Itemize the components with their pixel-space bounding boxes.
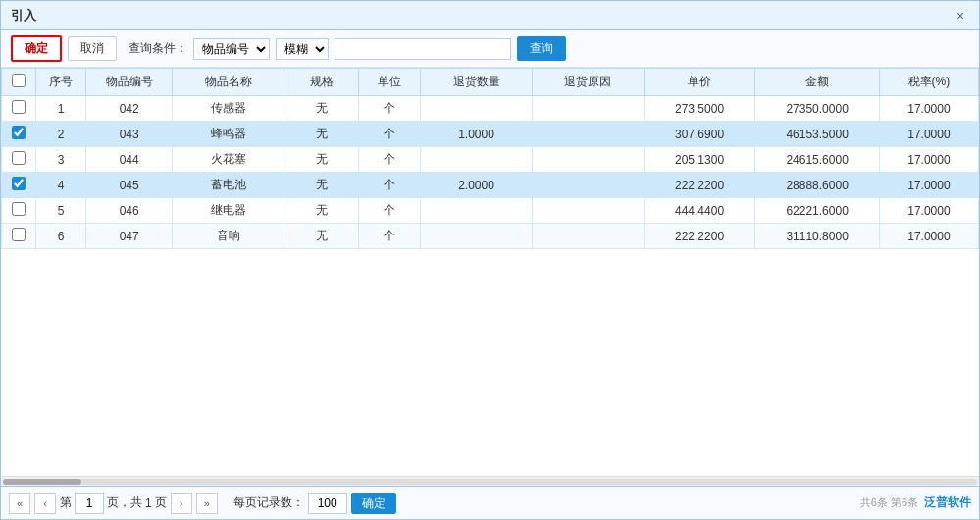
cell-5 xyxy=(421,198,533,224)
cancel-button[interactable]: 取消 xyxy=(68,36,117,61)
logo-text: 泛普软件 xyxy=(924,494,971,511)
cell-0: 3 xyxy=(36,147,86,173)
cell-9: 17.0000 xyxy=(879,224,978,249)
search-input[interactable] xyxy=(335,38,511,60)
scrollbar-track xyxy=(3,479,977,485)
scrollbar-thumb[interactable] xyxy=(3,479,81,485)
page-unit-label: 页 xyxy=(155,494,167,511)
last-page-button[interactable]: » xyxy=(196,493,218,514)
page-of-label: 页，共 xyxy=(107,494,142,511)
cell-3: 无 xyxy=(284,173,359,198)
confirm-button[interactable]: 确定 xyxy=(11,35,62,62)
cell-8: 31110.8000 xyxy=(755,224,879,249)
select-all-checkbox[interactable] xyxy=(12,74,26,87)
row-checkbox[interactable] xyxy=(12,177,26,190)
cell-6 xyxy=(532,96,644,122)
row-checkbox[interactable] xyxy=(12,228,26,241)
cell-6 xyxy=(532,122,644,147)
cell-8: 27350.0000 xyxy=(755,96,879,122)
page-count-text: 共6条 第6条 xyxy=(860,495,918,510)
cell-3: 无 xyxy=(284,198,359,224)
cell-7: 222.2200 xyxy=(644,173,755,198)
cell-7: 222.2200 xyxy=(644,224,755,249)
cell-7: 444.4400 xyxy=(644,198,755,224)
table-row[interactable]: 5046继电器无个444.440062221.600017.0000 xyxy=(2,198,979,224)
cell-9: 17.0000 xyxy=(879,96,978,122)
footer-right: 共6条 第6条 泛普软件 xyxy=(860,494,971,511)
cell-0: 1 xyxy=(36,96,86,122)
cell-4: 个 xyxy=(358,224,420,249)
title-bar: 引入 × xyxy=(1,1,979,30)
cell-4: 个 xyxy=(358,122,420,147)
cell-9: 17.0000 xyxy=(879,122,978,147)
close-button[interactable]: × xyxy=(952,7,969,25)
cell-6 xyxy=(532,198,644,224)
per-page-label: 每页记录数： xyxy=(233,494,304,511)
cell-8: 28888.6000 xyxy=(755,173,879,198)
dialog-title: 引入 xyxy=(11,7,36,25)
cell-7: 307.6900 xyxy=(644,122,755,147)
query-condition-label: 查询条件： xyxy=(129,40,187,57)
cell-1: 045 xyxy=(85,173,172,198)
header-seq: 序号 xyxy=(36,69,86,96)
cell-4: 个 xyxy=(358,198,420,224)
field-select[interactable]: 物品编号 物品名称 规格 xyxy=(193,38,270,60)
data-table: 序号 物品编号 物品名称 规格 单位 退货数量 退货原因 单价 金额 税率(%)… xyxy=(1,68,979,249)
header-spec: 规格 xyxy=(284,69,359,96)
cell-6 xyxy=(532,224,644,249)
cell-4: 个 xyxy=(358,173,420,198)
cell-9: 17.0000 xyxy=(879,147,978,173)
query-button[interactable]: 查询 xyxy=(517,36,566,61)
cell-2: 火花塞 xyxy=(173,147,284,173)
cell-1: 043 xyxy=(85,122,172,147)
cell-0: 4 xyxy=(36,173,86,198)
cell-3: 无 xyxy=(284,122,359,147)
table-row[interactable]: 2043蜂鸣器无个1.0000307.690046153.500017.0000 xyxy=(2,122,979,147)
cell-5 xyxy=(421,224,533,249)
cell-0: 6 xyxy=(36,224,86,249)
header-name: 物品名称 xyxy=(173,69,284,96)
table-row[interactable]: 3044火花塞无个205.130024615.600017.0000 xyxy=(2,147,979,173)
cell-2: 音响 xyxy=(173,224,284,249)
cell-1: 047 xyxy=(85,224,172,249)
first-page-button[interactable]: « xyxy=(9,493,30,514)
dialog: 引入 × 确定 取消 查询条件： 物品编号 物品名称 规格 模糊 精确 查询 xyxy=(0,0,980,520)
cell-1: 044 xyxy=(85,147,172,173)
cell-7: 205.1300 xyxy=(644,147,755,173)
row-checkbox[interactable] xyxy=(12,151,26,165)
page-number-input[interactable] xyxy=(75,493,104,514)
cell-0: 5 xyxy=(36,198,86,224)
cell-7: 273.5000 xyxy=(644,96,755,122)
cell-5: 2.0000 xyxy=(421,173,533,198)
cell-5: 1.0000 xyxy=(421,122,533,147)
row-checkbox[interactable] xyxy=(12,100,26,114)
header-amount: 金额 xyxy=(755,69,879,96)
next-page-button[interactable]: › xyxy=(171,493,192,514)
table-row[interactable]: 1042传感器无个273.500027350.000017.0000 xyxy=(2,96,979,122)
cell-9: 17.0000 xyxy=(879,198,978,224)
per-page-input[interactable] xyxy=(308,493,347,514)
cell-9: 17.0000 xyxy=(879,173,978,198)
table-header-row: 序号 物品编号 物品名称 规格 单位 退货数量 退货原因 单价 金额 税率(%) xyxy=(2,69,979,96)
cell-4: 个 xyxy=(358,96,420,122)
row-checkbox[interactable] xyxy=(12,126,26,139)
per-page-confirm-button[interactable]: 确定 xyxy=(351,493,396,514)
table-row[interactable]: 6047音响无个222.220031110.800017.0000 xyxy=(2,224,979,249)
cell-8: 62221.6000 xyxy=(755,198,879,224)
match-select[interactable]: 模糊 精确 xyxy=(276,38,329,60)
total-pages: 1 xyxy=(145,496,152,510)
row-checkbox[interactable] xyxy=(12,202,26,216)
toolbar: 确定 取消 查询条件： 物品编号 物品名称 规格 模糊 精确 查询 xyxy=(1,30,979,68)
cell-2: 传感器 xyxy=(173,96,284,122)
cell-3: 无 xyxy=(284,147,359,173)
horizontal-scrollbar[interactable] xyxy=(1,476,979,486)
table-container: 序号 物品编号 物品名称 规格 单位 退货数量 退货原因 单价 金额 税率(%)… xyxy=(1,68,979,476)
prev-page-button[interactable]: ‹ xyxy=(34,493,56,514)
cell-5 xyxy=(421,96,533,122)
cell-4: 个 xyxy=(358,147,420,173)
cell-1: 046 xyxy=(85,198,172,224)
table-row[interactable]: 4045蓄电池无个2.0000222.220028888.600017.0000 xyxy=(2,173,979,198)
cell-2: 蓄电池 xyxy=(173,173,284,198)
header-price: 单价 xyxy=(644,69,755,96)
header-qty: 退货数量 xyxy=(421,69,533,96)
